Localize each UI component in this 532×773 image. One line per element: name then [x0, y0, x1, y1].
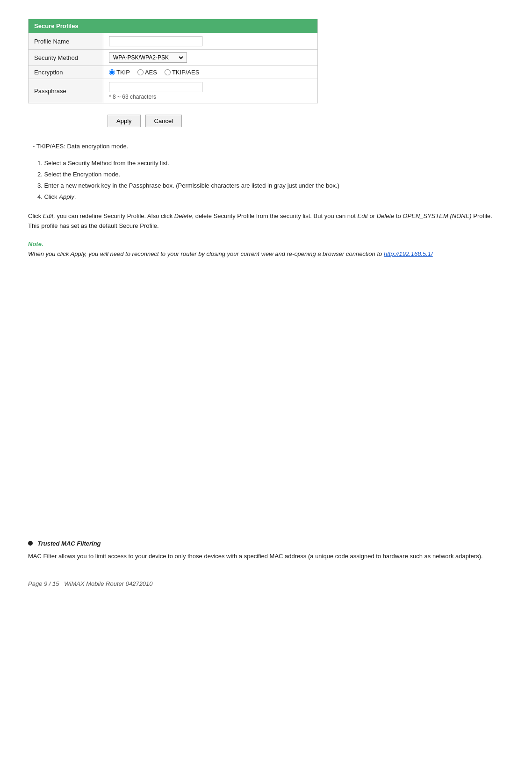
security-method-label: Security Method [29, 50, 103, 66]
security-method-dropdown[interactable]: WPA-PSK/WPA2-PSK WPA-PSK WPA2-PSK OPEN_S… [111, 54, 185, 61]
numbered-steps: 1. Select a Security Method from the sec… [37, 158, 504, 202]
encryption-tkip-text: TKIP [116, 69, 130, 76]
step-2: 2. Select the Encryption mode. [37, 169, 504, 180]
trusted-mac-label: Trusted MAC Filtering [37, 540, 101, 547]
encryption-tkip-label[interactable]: TKIP [109, 69, 130, 76]
bullet-item-mac: Trusted MAC Filtering [28, 540, 504, 547]
encryption-options: TKIP AES TKIP/AES [109, 69, 312, 76]
encryption-tkip-radio[interactable] [109, 69, 115, 75]
step-3: 3. Enter a new network key in the Passph… [37, 181, 504, 191]
apply-button[interactable]: Apply [108, 115, 141, 127]
delete-italic: Delete [174, 212, 192, 219]
passphrase-label: Passphrase [29, 79, 103, 103]
step-4: 4. Click Apply. [37, 192, 504, 202]
table-header: Secure Profiles [29, 19, 318, 33]
delete2-italic: Delete [377, 212, 395, 219]
passphrase-input[interactable] [109, 82, 202, 92]
bullet-section: Trusted MAC Filtering MAC Filter allows … [28, 540, 504, 562]
table-row-encryption: Encryption TKIP AES TKIP/AES [29, 66, 318, 79]
encryption-aes-label[interactable]: AES [137, 69, 157, 76]
edit-delete-paragraph: Click Edit, you can redefine Security Pr… [28, 211, 504, 231]
page-number: Page 9 / 15 [28, 580, 59, 587]
security-method-cell: WPA-PSK/WPA2-PSK WPA-PSK WPA2-PSK OPEN_S… [103, 50, 318, 66]
edit2-italic: Edit [357, 212, 367, 219]
bullet-dot-icon [28, 541, 33, 546]
edit-delete-text: Click Edit, you can redefine Security Pr… [28, 211, 504, 231]
dash-item-text: TKIP/AES: Data encryption mode. [36, 143, 129, 150]
passphrase-hint: * 8 ~ 63 characters [109, 94, 312, 100]
instructions-section: - TKIP/AES: Data encryption mode. 1. Sel… [28, 141, 504, 202]
encryption-tkipaes-radio[interactable] [165, 69, 171, 75]
table-row-passphrase: Passphrase * 8 ~ 63 characters [29, 79, 318, 103]
note-text-prefix: When you click Apply, you will need to r… [28, 250, 384, 257]
note-section: Note. When you click Apply, you will nee… [28, 241, 504, 259]
dash-symbol: - [33, 143, 36, 150]
note-label: Note. [28, 241, 504, 248]
encryption-tkipaes-text: TKIP/AES [172, 69, 200, 76]
note-link[interactable]: http://192.168.5.1/ [384, 250, 433, 257]
step-1: 1. Select a Security Method from the sec… [37, 158, 504, 168]
encryption-aes-text: AES [145, 69, 157, 76]
profile-name-cell [103, 33, 318, 50]
profile-name-label: Profile Name [29, 33, 103, 50]
buttons-row: Apply Cancel [28, 115, 504, 127]
profile-name-input[interactable] [109, 36, 202, 46]
table-row-profile-name: Profile Name [29, 33, 318, 50]
cancel-button[interactable]: Cancel [145, 115, 182, 127]
encryption-cell: TKIP AES TKIP/AES [103, 66, 318, 79]
passphrase-cell: * 8 ~ 63 characters [103, 79, 318, 103]
encryption-aes-radio[interactable] [137, 69, 144, 75]
page-footer: Page 9 / 15 WiMAX Mobile Router 04272010 [28, 580, 504, 587]
security-method-select-wrapper[interactable]: WPA-PSK/WPA2-PSK WPA-PSK WPA2-PSK OPEN_S… [109, 52, 187, 63]
table-row-security-method: Security Method WPA-PSK/WPA2-PSK WPA-PSK… [29, 50, 318, 66]
secure-profiles-table: Secure Profiles Profile Name Security Me… [28, 19, 318, 103]
mac-filter-desc: MAC Filter allows you to limit access to… [28, 552, 504, 562]
open-system-italic: OPEN_SYSTEM (NONE) [403, 212, 471, 219]
encryption-label: Encryption [29, 66, 103, 79]
table-header-row: Secure Profiles [29, 19, 318, 33]
encryption-tkipaes-label[interactable]: TKIP/AES [165, 69, 200, 76]
note-text: When you click Apply, you will need to r… [28, 249, 504, 259]
step-4-apply-italic: Apply [59, 193, 74, 200]
dash-item-tkip: - TKIP/AES: Data encryption mode. [33, 141, 504, 152]
page-title: WiMAX Mobile Router 04272010 [64, 580, 152, 587]
edit-italic: Edit, [43, 212, 55, 219]
